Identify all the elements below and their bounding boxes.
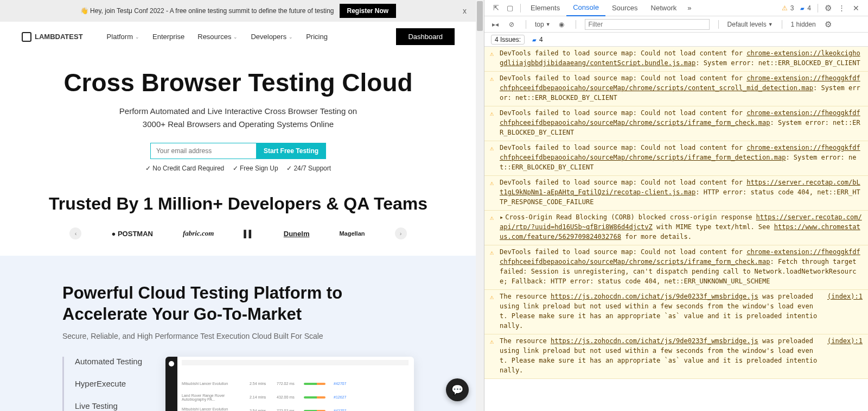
console-message[interactable]: ⚠DevTools failed to load source map: Cou… bbox=[484, 245, 868, 290]
console-settings-icon[interactable]: ⚙ bbox=[821, 20, 835, 29]
message-link[interactable]: chrome-extension://fheoggkfdfchfphceeifd… bbox=[500, 74, 860, 92]
logo-magellan: Magellan bbox=[339, 230, 365, 237]
issues-badge[interactable]: 4 bbox=[529, 36, 546, 43]
carousel-prev-icon[interactable]: ‹ bbox=[69, 227, 81, 239]
console-message[interactable]: ⚠Cross-Origin Read Blocking (CORB) block… bbox=[484, 211, 868, 245]
message-text: DevTools failed to load source map: Coul… bbox=[500, 48, 863, 68]
logo-dunelm: Dunelm bbox=[284, 230, 310, 238]
hero-subtitle: Perform Automated and Live Interactive C… bbox=[0, 105, 476, 131]
warning-icon: ⚠ bbox=[490, 143, 500, 172]
hidden-count[interactable]: 1 hidden bbox=[791, 21, 816, 28]
tab-console[interactable]: Console bbox=[566, 0, 605, 16]
chevron-down-icon: ⌄ bbox=[289, 34, 293, 40]
console-message[interactable]: ⚠DevTools failed to load source map: Cou… bbox=[484, 141, 868, 176]
feature-screenshot: Mitsubishi Lancer Evolution2.54 mins772.… bbox=[165, 357, 414, 412]
email-input[interactable] bbox=[150, 143, 256, 159]
console-message[interactable]: ⚠DevTools failed to load source map: Cou… bbox=[484, 47, 868, 72]
message-link[interactable]: chrome-extension://lkeokcighogdliiajgbbd… bbox=[500, 49, 860, 67]
nav-resources[interactable]: Resources⌄ bbox=[197, 33, 238, 41]
settings-gear-icon[interactable]: ⚙ bbox=[821, 3, 835, 13]
message-text: Cross-Origin Read Blocking (CORB) blocke… bbox=[500, 212, 863, 242]
message-link[interactable]: chrome-extension://fheoggkfdfchfphceeifd… bbox=[500, 144, 860, 161]
banner-close-icon[interactable]: x bbox=[463, 7, 467, 15]
console-message[interactable]: ⚠DevTools failed to load source map: Cou… bbox=[484, 106, 868, 141]
warning-icon: ⚠ bbox=[490, 178, 500, 207]
message-badge[interactable]: 4 bbox=[797, 4, 814, 12]
register-button[interactable]: Register Now bbox=[340, 4, 397, 18]
console-message[interactable]: ⚠The resource https://js.zohocdn.com/ich… bbox=[484, 290, 868, 334]
console-message[interactable]: ⚠The resource https://js.zohocdn.com/ich… bbox=[484, 334, 868, 379]
promo-banner: 👋 Hey, join Testμ Conf 2022 - A free onl… bbox=[0, 0, 476, 22]
filter-input[interactable] bbox=[585, 19, 710, 30]
tab-network[interactable]: Network bbox=[644, 0, 684, 16]
tab-live[interactable]: Live Testing bbox=[75, 401, 144, 410]
message-link[interactable]: https://js.zohocdn.com/ichat/js/9de0233f… bbox=[551, 293, 758, 300]
console-toolbar: ▸◂ ⊘ top▼ ◉ Default levels▼ 1 hidden ⚙ bbox=[484, 16, 868, 33]
trusted-heading: Trusted By 1 Million+ Developers & QA Te… bbox=[0, 194, 476, 214]
brand-logo[interactable]: LAMBDATEST bbox=[22, 32, 83, 42]
logo-fabric: fabric.com bbox=[183, 229, 214, 238]
chevron-down-icon: ⌄ bbox=[233, 34, 238, 40]
message-text: DevTools failed to load source map: Coul… bbox=[500, 178, 863, 207]
bottom-sub: Secure, Reliable, and High Performance T… bbox=[62, 332, 414, 340]
issues-row: 4 Issues: 4 bbox=[484, 33, 868, 47]
message-text: The resource https://js.zohocdn.com/icha… bbox=[500, 292, 819, 331]
tab-hyperexecute[interactable]: HyperExecute bbox=[75, 379, 144, 388]
sidebar-toggle-icon[interactable]: ▸◂ bbox=[490, 21, 501, 28]
feature-tabs: Automated Testing HyperExecute Live Test… bbox=[62, 357, 144, 412]
console-message[interactable]: ⚠DevTools failed to load source map: Cou… bbox=[484, 72, 868, 106]
tab-elements[interactable]: Elements bbox=[524, 0, 566, 16]
message-link[interactable]: chrome-extension://fheoggkfdfchfphceeifd… bbox=[500, 248, 860, 265]
warning-icon: ⚠ bbox=[490, 212, 500, 242]
hero-title: Cross Browser Testing Cloud bbox=[0, 68, 476, 97]
warning-icon: ⚠ bbox=[490, 108, 500, 137]
warning-icon: ⚠ bbox=[490, 292, 500, 331]
warning-badge[interactable]: 3 bbox=[778, 4, 797, 12]
bottom-section: Powerful Cloud Testing Platform to Accel… bbox=[0, 256, 476, 411]
console-message[interactable]: ⚠DevTools failed to load source map: Cou… bbox=[484, 176, 868, 211]
context-selector[interactable]: top▼ bbox=[535, 21, 551, 28]
website-pane: 👋 Hey, join Testμ Conf 2022 - A free onl… bbox=[0, 0, 484, 411]
live-expression-icon[interactable]: ◉ bbox=[556, 21, 567, 28]
logo-postman: ● POSTMAN bbox=[111, 230, 152, 238]
message-source[interactable]: (index):1 bbox=[819, 292, 863, 331]
message-text: DevTools failed to load source map: Coul… bbox=[500, 143, 863, 172]
message-source[interactable]: (index):1 bbox=[819, 336, 863, 375]
message-link[interactable]: https://server.recotap.com/bLt1gL9kNpNm1… bbox=[500, 179, 860, 196]
message-text: DevTools failed to load source map: Coul… bbox=[500, 73, 863, 103]
console-body[interactable]: ⚠DevTools failed to load source map: Cou… bbox=[484, 47, 868, 411]
brand-text: LAMBDATEST bbox=[35, 33, 83, 41]
brand-icon bbox=[22, 32, 31, 42]
start-free-button[interactable]: Start Free Testing bbox=[256, 143, 326, 159]
nav-developers[interactable]: Developers⌄ bbox=[251, 33, 293, 41]
dashboard-button[interactable]: Dashboard bbox=[396, 28, 455, 45]
devtools-close-icon[interactable]: ✕ bbox=[848, 4, 864, 12]
message-link[interactable]: chrome-extension://fheoggkfdfchfphceeifd… bbox=[500, 109, 860, 127]
logo-carousel: ‹ ● POSTMAN fabric.com ▌▌ Dunelm Magella… bbox=[0, 227, 476, 239]
more-tabs-icon[interactable]: » bbox=[683, 4, 695, 12]
inspect-icon[interactable]: ⇱ bbox=[489, 1, 503, 15]
page-scrollbar[interactable] bbox=[476, 0, 484, 411]
kebab-menu-icon[interactable]: ⋮ bbox=[835, 4, 848, 12]
tab-sources[interactable]: Sources bbox=[605, 0, 644, 16]
issues-label[interactable]: 4 Issues: bbox=[491, 35, 525, 45]
bottom-heading: Powerful Cloud Testing Platform to Accel… bbox=[62, 283, 414, 325]
hero-checks: No Credit Card Required Free Sign Up 24/… bbox=[0, 165, 476, 172]
clear-console-icon[interactable]: ⊘ bbox=[506, 21, 517, 28]
carousel-next-icon[interactable]: › bbox=[395, 227, 407, 239]
device-toggle-icon[interactable]: ▢ bbox=[503, 1, 517, 15]
tab-automated[interactable]: Automated Testing bbox=[75, 357, 144, 366]
devtools-panel: ⇱ ▢ Elements Console Sources Network » 3… bbox=[484, 0, 868, 411]
message-text: DevTools failed to load source map: Coul… bbox=[500, 108, 863, 137]
warning-icon: ⚠ bbox=[490, 73, 500, 103]
log-levels[interactable]: Default levels▼ bbox=[727, 21, 773, 28]
message-link[interactable]: https://js.zohocdn.com/ichat/js/9de0233f… bbox=[551, 337, 758, 345]
banner-text: 👋 Hey, join Testμ Conf 2022 - A free onl… bbox=[80, 7, 334, 15]
devtools-tabbar: ⇱ ▢ Elements Console Sources Network » 3… bbox=[484, 0, 868, 16]
main-nav: LAMBDATEST Platform⌄ Enterprise Resource… bbox=[0, 22, 476, 52]
nav-enterprise[interactable]: Enterprise bbox=[152, 33, 184, 41]
nav-pricing[interactable]: Pricing bbox=[306, 33, 328, 41]
logo-generic: ▌▌ bbox=[244, 230, 253, 238]
chat-bubble-icon[interactable]: 💬 bbox=[446, 378, 469, 401]
nav-platform[interactable]: Platform⌄ bbox=[107, 33, 139, 41]
